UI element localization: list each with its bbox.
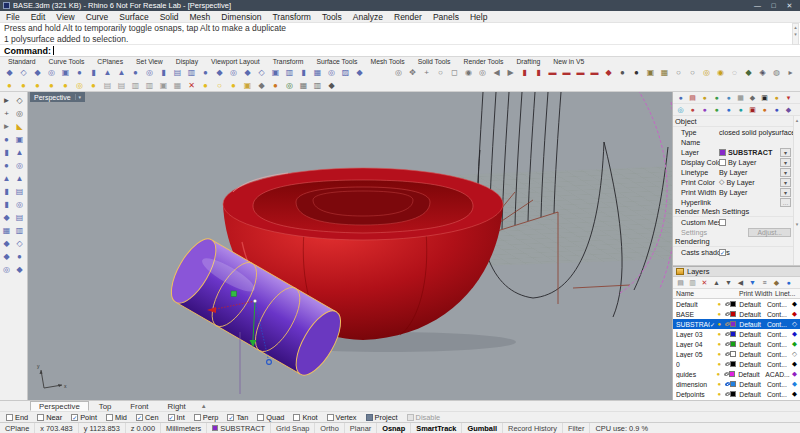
osnap-checkbox[interactable]: [106, 414, 113, 421]
current-layer-indicator[interactable]: SUBSTRACT: [207, 423, 271, 433]
open-file-icon[interactable]: ▤: [115, 80, 128, 92]
layer-lock-icon[interactable]: [723, 333, 730, 336]
menu-item[interactable]: Transform: [272, 12, 310, 22]
layer-color-swatch[interactable]: [730, 341, 736, 347]
osnap-toggle[interactable]: Mid: [106, 413, 127, 422]
osnap-checkbox[interactable]: [366, 414, 373, 421]
render-options-icon[interactable]: ◆: [325, 80, 338, 92]
solid-edit-icon[interactable]: ▨: [339, 67, 352, 79]
osnap-toggle[interactable]: End: [6, 413, 28, 422]
layer-visibility-bulb-icon[interactable]: ●: [715, 371, 722, 377]
drape-tool-icon[interactable]: ▥: [13, 224, 26, 237]
rendering-tab-icon[interactable]: ●: [699, 93, 710, 103]
zoom-selected-icon[interactable]: ◉: [462, 67, 475, 79]
set-view-bottom-icon[interactable]: ▬: [560, 67, 573, 79]
zoom-extents-icon[interactable]: ◎: [476, 67, 489, 79]
extrude-curve-icon[interactable]: ▤: [171, 67, 184, 79]
drag-icon[interactable]: ►: [0, 120, 13, 133]
pan-view-icon[interactable]: ✥: [406, 67, 419, 79]
osnap-checkbox[interactable]: [407, 414, 414, 421]
zoom-window-icon[interactable]: ◻: [448, 67, 461, 79]
menu-item[interactable]: Surface: [119, 12, 148, 22]
osnap-checkbox[interactable]: [293, 414, 300, 421]
shell-icon[interactable]: ◎: [227, 67, 240, 79]
spotlight-view-icon[interactable]: ◍: [770, 67, 783, 79]
twist-solid-icon[interactable]: ◎: [325, 67, 338, 79]
menu-item[interactable]: Edit: [31, 12, 46, 22]
cone-tool-icon[interactable]: ▲: [13, 146, 26, 159]
collapse-layers-icon[interactable]: ◀: [735, 278, 746, 288]
osnap-toggle[interactable]: Point: [71, 413, 97, 422]
osnap-toggle[interactable]: Disable: [407, 413, 441, 422]
notifications-bell-icon[interactable]: ●: [771, 93, 782, 103]
menu-item[interactable]: Analyze: [353, 12, 383, 22]
set-view-left-icon[interactable]: ▬: [588, 67, 601, 79]
move-icon[interactable]: +: [0, 107, 13, 120]
loft-tool-icon[interactable]: ▤: [13, 211, 26, 224]
display-color-value[interactable]: By Layer: [728, 158, 756, 167]
camera-icon[interactable]: ◈: [756, 67, 769, 79]
gumball-z-handle[interactable]: [267, 360, 272, 365]
osnap-checkbox[interactable]: [194, 414, 201, 421]
lamp-dim-icon[interactable]: ●: [227, 80, 240, 92]
minimize-button[interactable]: —: [750, 1, 765, 11]
layer-color-swatch[interactable]: [730, 381, 736, 387]
layer-visibility-bulb-icon[interactable]: ●: [716, 391, 723, 397]
rotate-view-icon[interactable]: ◆: [602, 67, 615, 79]
ellipsoid-tool-icon[interactable]: ●: [0, 159, 13, 172]
redo-view-icon[interactable]: ▶: [504, 67, 517, 79]
torus-tool-icon[interactable]: ◎: [13, 159, 26, 172]
raytraced-mode-icon[interactable]: ◆: [783, 105, 794, 115]
toolbar-tab[interactable]: Set View: [136, 58, 163, 65]
point-light-icon[interactable]: ●: [3, 80, 16, 92]
menu-item[interactable]: Tools: [322, 12, 342, 22]
layer-lock-icon[interactable]: [723, 383, 730, 386]
named-views-tab-icon[interactable]: ◆: [747, 93, 758, 103]
cylinder-tool-icon[interactable]: ▮: [0, 146, 13, 159]
zoom-dynamic-icon[interactable]: ○: [434, 67, 447, 79]
layer-lock-icon[interactable]: [723, 323, 730, 326]
status-toggle[interactable]: Filter: [563, 423, 590, 433]
named-view-icon[interactable]: ◆: [742, 67, 755, 79]
save-file-icon[interactable]: ▤: [101, 80, 114, 92]
layer-lock-icon[interactable]: [722, 373, 729, 376]
shade-view-icon[interactable]: ●: [616, 67, 629, 79]
viewport-tab[interactable]: Right: [159, 401, 195, 411]
undo-view-icon[interactable]: ◀: [490, 67, 503, 79]
boolean-union-tool-icon[interactable]: ◆: [0, 237, 13, 250]
layers-tab-icon[interactable]: ▤: [687, 93, 698, 103]
layer-visibility-bulb-icon[interactable]: ●: [716, 351, 723, 357]
selection-filter-icon[interactable]: ◇: [13, 94, 26, 107]
layer-visibility-bulb-icon[interactable]: ●: [716, 321, 723, 327]
directional-light-icon[interactable]: ●: [31, 80, 44, 92]
menu-item[interactable]: Curve: [86, 12, 109, 22]
lock-objects-icon[interactable]: ▣: [157, 80, 170, 92]
layer-value[interactable]: SUBSTRACT: [728, 148, 772, 157]
layer-material-diamond-icon[interactable]: ◇: [789, 320, 800, 328]
print-color-value[interactable]: By Layer: [726, 178, 754, 187]
wirecut-icon[interactable]: ▮: [297, 67, 310, 79]
revolve-tool-icon[interactable]: ◎: [13, 198, 26, 211]
status-toggle[interactable]: Planar: [345, 423, 377, 433]
layer-row[interactable]: Defpoints ✓ ● Default Cont... ◆: [673, 389, 800, 399]
command-input[interactable]: Command:: [0, 45, 800, 57]
truncated-cone-icon[interactable]: ▲: [115, 67, 128, 79]
toolbar-tab[interactable]: CPlanes: [97, 58, 123, 65]
status-toggle[interactable]: SmartTrack: [411, 423, 462, 433]
ground-plane-icon[interactable]: ▦: [297, 80, 310, 92]
environment-tab-icon[interactable]: ▣: [759, 93, 770, 103]
paraboloid-tool-icon[interactable]: ▲: [0, 172, 13, 185]
osnap-toggle[interactable]: Cen: [136, 413, 159, 422]
rendered-mode-icon[interactable]: ●: [699, 105, 710, 115]
properties-tab-icon[interactable]: ●: [675, 93, 686, 103]
toolbar-tab[interactable]: Curve Tools: [49, 58, 85, 65]
layer-row[interactable]: dimension ✓ ● Default Cont... ◆: [673, 379, 800, 389]
box-tool-icon[interactable]: ▣: [13, 133, 26, 146]
pen-mode-icon[interactable]: ●: [759, 105, 770, 115]
cone-icon[interactable]: ▲: [101, 67, 114, 79]
render-sphere-icon[interactable]: ●: [269, 80, 282, 92]
layer-lock-icon[interactable]: [723, 343, 730, 346]
pipe-icon[interactable]: ▮: [157, 67, 170, 79]
osnap-checkbox[interactable]: [71, 414, 78, 421]
layer-lock-icon[interactable]: [723, 393, 730, 396]
